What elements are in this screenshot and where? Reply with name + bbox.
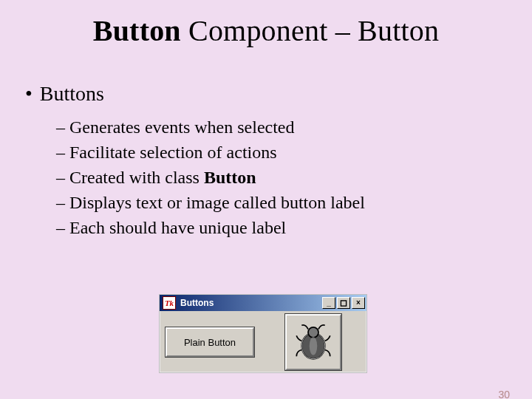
sub-text-prefix: Created with class [69, 168, 204, 187]
tk-window-controls: _ × [322, 297, 365, 309]
sub-text: Facilitate selection of actions [69, 143, 277, 162]
tk-titlebar: Tk Buttons _ × [160, 295, 366, 311]
bullet-dot: • [25, 82, 33, 105]
maximize-button[interactable] [337, 297, 350, 309]
sub-text-bold: Button [204, 168, 256, 187]
sub-bullet: –Facilitate selection of actions [56, 141, 532, 165]
svg-point-4 [310, 337, 318, 355]
title-bold: Button [93, 14, 181, 47]
slide: Button Component – Button •Buttons –Gene… [0, 13, 532, 399]
minimize-button[interactable]: _ [322, 297, 335, 309]
plain-button-label: Plain Button [184, 337, 236, 348]
tk-app-icon: Tk [163, 296, 176, 310]
image-button[interactable] [285, 314, 341, 370]
sub-text: Generates events when selected [69, 117, 295, 137]
dash-icon: – [56, 166, 69, 190]
sub-text: Displays text or image called button lab… [69, 193, 365, 212]
sub-text: Each should have unique label [69, 218, 286, 237]
sub-bullet: –Each should have unique label [56, 216, 532, 240]
tk-window-title: Buttons [180, 298, 322, 308]
tk-window: Tk Buttons _ × Plain Button [159, 294, 367, 373]
sub-bullet: –Generates events when selected [56, 116, 532, 140]
title-rest: Component – Button [181, 14, 439, 47]
maximize-icon [340, 300, 347, 307]
svg-rect-0 [341, 300, 346, 305]
svg-point-3 [308, 327, 318, 338]
dash-icon: – [56, 141, 69, 165]
dash-icon: – [56, 216, 69, 240]
bullet-text: Buttons [40, 82, 104, 105]
bullet-level1: •Buttons [25, 82, 532, 106]
sub-bullet-list: –Generates events when selected –Facilit… [56, 116, 532, 240]
sub-bullet: –Displays text or image called button la… [56, 191, 532, 215]
plain-button[interactable]: Plain Button [166, 327, 254, 357]
dash-icon: – [56, 116, 69, 140]
tk-client-area: Plain Button [160, 311, 366, 371]
close-button[interactable]: × [352, 297, 365, 309]
slide-title: Button Component – Button [0, 13, 532, 48]
bug-icon [293, 321, 334, 363]
dash-icon: – [56, 191, 69, 215]
page-number: 30 [498, 389, 510, 399]
sub-bullet: –Created with class Button [56, 166, 532, 190]
